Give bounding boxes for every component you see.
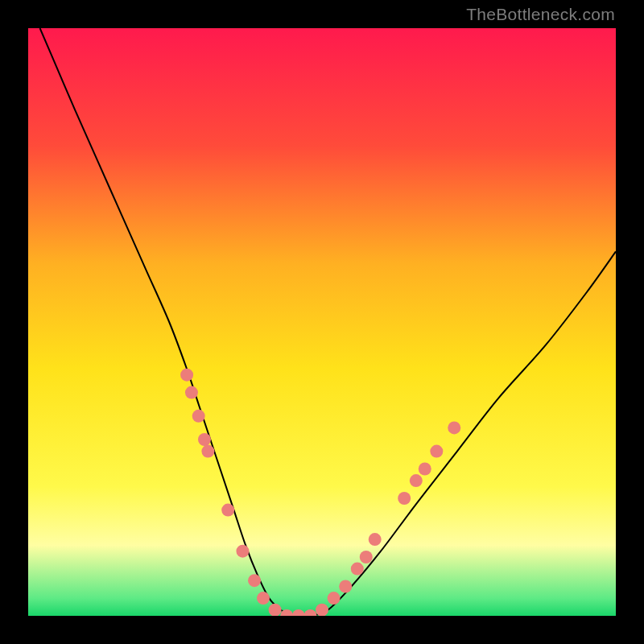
data-marker	[236, 545, 249, 558]
data-marker	[201, 445, 214, 458]
data-marker	[248, 574, 261, 587]
data-marker	[410, 474, 423, 487]
data-marker	[351, 563, 364, 576]
data-marker	[369, 533, 382, 546]
data-marker	[257, 592, 270, 605]
data-marker	[448, 421, 460, 434]
data-marker	[192, 410, 205, 423]
plot-svg	[28, 28, 616, 616]
data-marker	[328, 592, 341, 605]
data-marker	[430, 445, 443, 458]
data-marker	[180, 369, 193, 382]
data-marker	[221, 504, 234, 517]
data-marker	[419, 463, 431, 476]
data-marker	[360, 551, 373, 564]
data-marker	[198, 433, 211, 446]
data-marker	[316, 604, 328, 616]
data-marker	[398, 492, 411, 505]
chart-frame: TheBottleneck.com	[0, 0, 644, 644]
gradient-background	[28, 28, 616, 616]
watermark-text: TheBottleneck.com	[466, 5, 615, 24]
data-marker	[339, 580, 352, 593]
data-marker	[269, 604, 282, 616]
data-marker	[185, 386, 198, 399]
plot-area	[28, 28, 616, 616]
